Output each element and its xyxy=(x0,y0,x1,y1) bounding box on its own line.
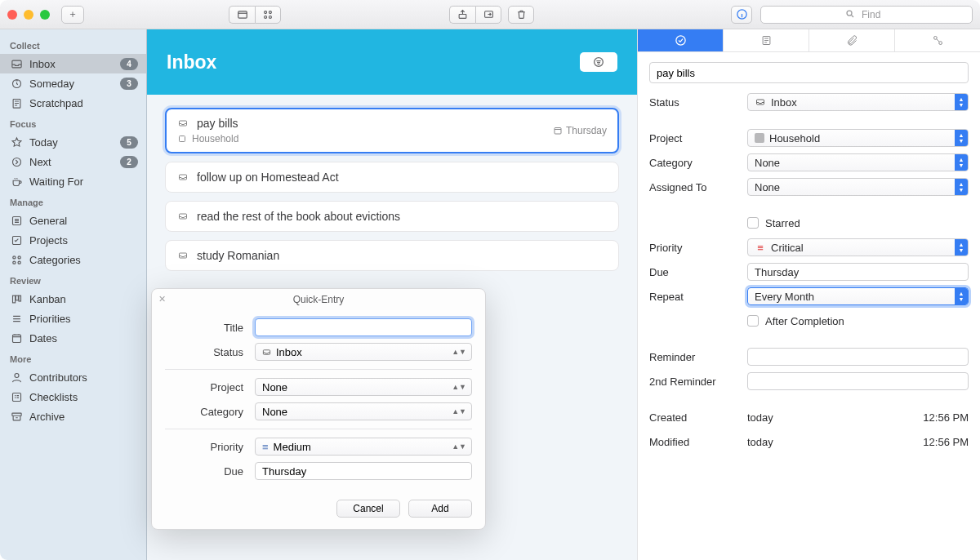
add-button[interactable]: Add xyxy=(408,500,472,518)
field-label: Repeat xyxy=(649,291,747,303)
add-task-button[interactable]: ＋ xyxy=(61,6,84,24)
sidebar-item-someday[interactable]: Someday 3 xyxy=(0,73,146,93)
created-date: today xyxy=(747,411,773,424)
delete-button[interactable] xyxy=(508,6,534,24)
repeat-select[interactable]: Every Month ▲▼ xyxy=(747,287,969,305)
project-tag-icon xyxy=(177,134,187,144)
search-placeholder: Find xyxy=(862,9,880,20)
cancel-button[interactable]: Cancel xyxy=(336,500,400,518)
sidebar-item-kanban[interactable]: Kanban xyxy=(0,289,146,309)
task-row[interactable]: read the rest of the book about eviction… xyxy=(165,201,619,232)
reminder2-input[interactable] xyxy=(747,372,969,390)
after-completion-checkbox[interactable] xyxy=(747,315,759,327)
task-title: follow up on Homestead Act xyxy=(197,171,339,184)
move-to-button[interactable] xyxy=(475,6,501,24)
scratchpad-icon xyxy=(10,97,23,109)
qe-category-select[interactable]: None▲▼ xyxy=(255,402,472,420)
field-label: Created xyxy=(649,411,747,424)
page-title: Inbox xyxy=(167,51,216,73)
sidebar-item-waiting[interactable]: Waiting For xyxy=(0,171,146,191)
assigned-select[interactable]: None ▲▼ xyxy=(747,178,969,196)
arrow-circle-icon xyxy=(10,156,23,168)
close-icon[interactable]: ✕ xyxy=(158,294,166,304)
chevron-updown-icon: ▲▼ xyxy=(452,350,466,354)
task-row[interactable]: study Romanian xyxy=(165,240,619,271)
qe-status-select[interactable]: Inbox ▲▼ xyxy=(255,343,472,361)
field-label: Priority xyxy=(649,242,747,254)
sidebar-item-inbox[interactable]: Inbox 4 xyxy=(0,54,146,73)
modified-date: today xyxy=(747,436,773,448)
svg-rect-22 xyxy=(12,335,20,342)
star-icon xyxy=(10,136,23,149)
reminder-input[interactable] xyxy=(747,348,969,366)
field-label: Assigned To xyxy=(649,181,747,193)
due-input[interactable]: Thursday xyxy=(747,263,969,281)
inspector-title-input[interactable] xyxy=(649,62,969,83)
field-label: Modified xyxy=(649,436,747,448)
inspector-tab-attachments[interactable] xyxy=(809,29,895,51)
project-select[interactable]: Household ▲▼ xyxy=(747,129,969,147)
task-row[interactable]: follow up on Homestead Act xyxy=(165,162,619,193)
grid-icon xyxy=(10,254,23,266)
checkbox-label: Starred xyxy=(765,217,800,229)
minimize-window-icon[interactable] xyxy=(24,10,33,20)
view-switcher-button[interactable] xyxy=(255,6,281,24)
chevron-updown-icon: ▲▼ xyxy=(955,94,968,110)
sidebar-item-contributors[interactable]: Contributors xyxy=(0,367,146,387)
inspector-tab-relations[interactable] xyxy=(895,29,980,51)
starred-checkbox[interactable] xyxy=(747,217,759,229)
field-label: Project xyxy=(649,132,747,144)
task-title: study Romanian xyxy=(197,249,279,262)
svg-rect-28 xyxy=(180,136,185,142)
sidebar-item-general[interactable]: General xyxy=(0,211,146,230)
inbox-small-icon xyxy=(177,211,189,221)
field-label: Title xyxy=(165,322,255,334)
svg-rect-25 xyxy=(11,413,20,416)
quick-entry-button[interactable] xyxy=(229,6,255,24)
main-header: Inbox xyxy=(147,29,637,95)
task-row[interactable]: pay bills Household Thursday xyxy=(165,108,619,153)
close-window-icon[interactable] xyxy=(7,10,17,20)
titlebar: ＋ xyxy=(0,0,980,29)
category-select[interactable]: None ▲▼ xyxy=(747,153,969,171)
inspector-tab-info[interactable] xyxy=(638,29,724,51)
svg-rect-9 xyxy=(11,60,20,68)
inspector-tab-notes[interactable] xyxy=(724,29,809,51)
sidebar-section-manage: Manage xyxy=(0,191,146,211)
svg-rect-24 xyxy=(12,393,20,401)
priority-select[interactable]: ≡ Critical ▲▼ xyxy=(747,238,969,256)
zoom-window-icon[interactable] xyxy=(40,10,50,20)
sidebar-item-priorities[interactable]: Priorities xyxy=(0,309,146,328)
qe-priority-select[interactable]: ≡ Medium▲▼ xyxy=(255,438,472,456)
status-select[interactable]: Inbox ▲▼ xyxy=(747,93,969,111)
sidebar-section-review: Review xyxy=(0,269,146,289)
info-button[interactable] xyxy=(731,6,752,24)
sidebar-item-dates[interactable]: Dates xyxy=(0,328,146,348)
field-label: Project xyxy=(165,381,255,393)
search-field[interactable]: Find xyxy=(760,6,973,24)
sidebar-item-label: Priorities xyxy=(29,313,71,325)
svg-point-17 xyxy=(12,261,15,264)
sidebar-item-archive[interactable]: Archive xyxy=(0,407,146,426)
checklist-icon xyxy=(10,391,23,403)
calendar-icon xyxy=(10,332,23,344)
sort-button[interactable] xyxy=(580,52,617,72)
sidebar-item-checklists[interactable]: Checklists xyxy=(0,387,146,407)
checkbox-label: After Completion xyxy=(765,315,844,327)
sidebar-item-categories[interactable]: Categories xyxy=(0,250,146,269)
share-button[interactable] xyxy=(449,6,475,24)
modified-time: 12:56 PM xyxy=(923,436,969,448)
sidebar-item-next[interactable]: Next 2 xyxy=(0,152,146,171)
svg-point-1 xyxy=(265,11,267,13)
sidebar-item-count: 4 xyxy=(120,58,138,70)
qe-project-select[interactable]: None▲▼ xyxy=(255,378,472,396)
inbox-small-icon xyxy=(177,118,189,128)
sidebar-item-scratchpad[interactable]: Scratchpad xyxy=(0,93,146,113)
chevron-updown-icon: ▲▼ xyxy=(955,179,968,195)
svg-rect-0 xyxy=(238,11,247,17)
qe-title-input[interactable] xyxy=(255,318,472,336)
sidebar-item-projects[interactable]: Projects xyxy=(0,230,146,250)
sidebar-item-today[interactable]: Today 5 xyxy=(0,132,146,152)
qe-due-input[interactable]: Thursday xyxy=(255,462,472,480)
sidebar-item-label: Dates xyxy=(29,332,57,344)
